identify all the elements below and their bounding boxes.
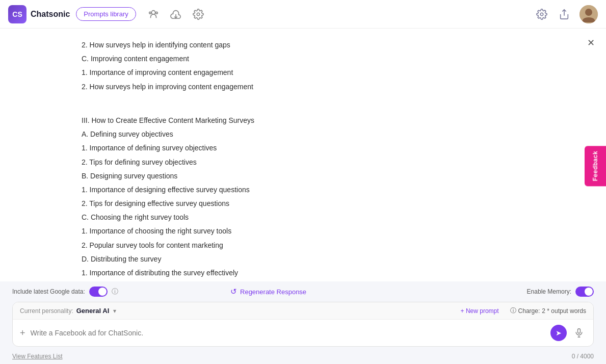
chat-line: 1. Importance of defining survey objecti… <box>82 142 504 154</box>
prompts-library-button[interactable]: Prompts library <box>76 7 136 21</box>
memory-label: Enable Memory: <box>527 288 571 295</box>
feedback-tab[interactable]: Feedback <box>585 146 606 186</box>
chat-content: 2. How surveys help in identifying conte… <box>82 39 504 281</box>
chat-line: A. Defining survey objectives <box>82 128 504 141</box>
feedback-wrapper: Feedback <box>585 146 606 186</box>
regenerate-button[interactable]: ↺ Regenerate Response <box>230 287 306 296</box>
chat-line: 1. Importance of designing effective sur… <box>82 184 504 196</box>
gear-icon[interactable] <box>191 7 205 21</box>
chat-line: B. Designing survey questions <box>82 170 504 183</box>
chat-line: D. Distributing the survey <box>82 253 504 266</box>
google-data-toggle[interactable] <box>89 287 108 297</box>
cloud-icon[interactable] <box>169 7 183 21</box>
input-row: + ➤ <box>13 320 593 346</box>
logo-text: Chatsonic <box>31 10 70 19</box>
memory-toggle[interactable] <box>575 287 594 297</box>
chat-line: 2. Popular survey tools for content mark… <box>82 239 504 252</box>
svg-point-0 <box>151 10 155 14</box>
chat-line: 1. Importance of improving content engag… <box>82 66 504 79</box>
header-icons <box>146 7 205 21</box>
share-icon[interactable] <box>557 7 571 21</box>
logo-area: CS Chatsonic <box>8 5 70 23</box>
chat-line: C. Improving content engagement <box>82 53 504 65</box>
avatar[interactable] <box>579 5 598 23</box>
chat-line: 2. How surveys help in improving content… <box>82 81 504 93</box>
chat-area[interactable]: 2. How surveys help in identifying conte… <box>0 29 606 281</box>
close-button[interactable]: ✕ <box>584 36 598 50</box>
personality-label: Current personality: <box>20 307 73 315</box>
new-prompt-button[interactable]: + New prompt <box>461 307 499 315</box>
regenerate-label: Regenerate Response <box>240 288 306 296</box>
google-data-info-icon[interactable]: ⓘ <box>112 287 118 296</box>
svg-point-2 <box>155 12 157 14</box>
charge-value: 2 * output words <box>542 307 586 315</box>
chat-line <box>82 100 504 113</box>
input-box-container: Current personality: General AI ▾ + New … <box>12 302 594 347</box>
chat-line: III. How to Create Effective Content Mar… <box>82 114 504 127</box>
toggle-row: Include latest Google data: ⓘ ↺ Regenera… <box>0 281 606 302</box>
bot-icon[interactable] <box>146 7 161 21</box>
personality-dropdown-icon[interactable]: ▾ <box>113 307 116 315</box>
svg-point-1 <box>149 12 151 14</box>
header-right <box>535 5 598 23</box>
charge-info-icon: ⓘ <box>510 306 516 315</box>
settings-icon[interactable] <box>535 7 549 21</box>
memory-area: Enable Memory: <box>527 287 594 297</box>
charge-label: Charge: <box>518 307 540 315</box>
main-area: 2. How surveys help in identifying conte… <box>0 29 606 364</box>
chat-line: 1. Importance of distributing the survey… <box>82 267 504 279</box>
chat-line: C. Choosing the right survey tools <box>82 211 504 224</box>
bottom-controls: Include latest Google data: ⓘ ↺ Regenera… <box>0 281 606 364</box>
personality-bar: Current personality: General AI ▾ + New … <box>13 302 593 320</box>
svg-rect-8 <box>578 329 581 333</box>
send-icon: ➤ <box>556 329 562 337</box>
svg-point-7 <box>585 9 592 16</box>
attach-icon[interactable]: + <box>20 328 25 339</box>
char-count: 0 / 4000 <box>572 353 594 360</box>
send-button[interactable]: ➤ <box>550 325 567 341</box>
svg-point-4 <box>540 13 543 16</box>
chat-line: 1. Importance of choosing the right surv… <box>82 225 504 238</box>
chat-line: 2. How surveys help in identifying conte… <box>82 39 504 51</box>
regenerate-icon: ↺ <box>230 287 237 296</box>
logo-icon: CS <box>8 5 27 23</box>
chat-line: 2. Tips for designing effective survey q… <box>82 197 504 210</box>
view-features-link[interactable]: View Features List <box>12 353 63 360</box>
personality-value: General AI <box>76 307 110 315</box>
footer-row: View Features List 0 / 4000 <box>0 351 606 364</box>
mic-button[interactable] <box>572 326 586 340</box>
chat-input[interactable] <box>31 329 545 337</box>
svg-point-3 <box>197 13 200 16</box>
header: CS Chatsonic Prompts library <box>0 0 606 29</box>
charge-info: ⓘ Charge: 2 * output words <box>510 306 586 315</box>
chat-line: 2. Tips for defining survey objectives <box>82 156 504 169</box>
google-data-label: Include latest Google data: <box>12 288 85 295</box>
